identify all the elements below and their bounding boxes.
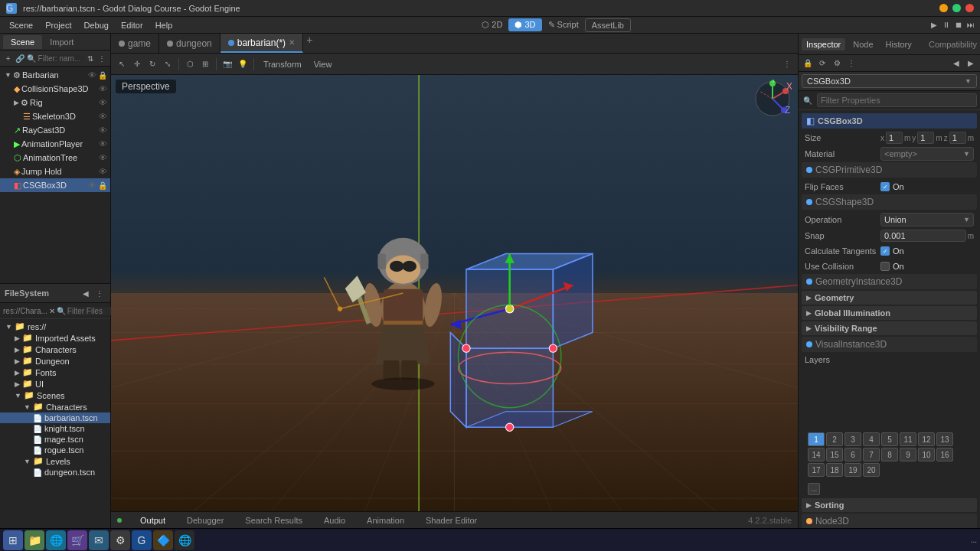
taskbar-chrome-btn[interactable]: 🌐 — [175, 530, 194, 550]
layer-btn-7[interactable]: 7 — [863, 448, 880, 461]
step-btn[interactable]: ⏭ — [965, 19, 977, 31]
snap-input[interactable] — [880, 230, 966, 242]
fs-close-path-btn[interactable]: ✕ — [49, 305, 55, 317]
tab-barbarian[interactable]: barbarian(*) ✕ — [220, 34, 303, 53]
play-btn[interactable]: ▶ — [928, 19, 940, 31]
insp-lock-btn[interactable]: 🔒 — [802, 57, 814, 70]
close-btn[interactable] — [965, 4, 974, 12]
tab-add-btn[interactable]: + — [303, 34, 315, 53]
geometry-section-header[interactable]: ▶ Geometry — [802, 291, 977, 305]
visibility-range-header[interactable]: ▶ Visibility Range — [802, 321, 977, 335]
insp-tab-history[interactable]: History — [881, 38, 916, 51]
vp-dots-btn[interactable]: ⋮ — [781, 58, 793, 70]
size-z-input[interactable] — [949, 132, 966, 144]
vp-light-btn[interactable]: 💡 — [237, 58, 249, 70]
fs-item-characters2[interactable]: ▼ 📁 Characters — [0, 401, 110, 412]
insp-custom-btn[interactable]: ⚙ — [831, 57, 843, 70]
layer-btn-10[interactable]: 10 — [918, 448, 935, 461]
csgbox3d-section-header[interactable]: ◧ CSGBox3D — [802, 113, 977, 129]
layer-btn-19[interactable]: 19 — [844, 463, 861, 477]
menu-help[interactable]: Help — [149, 19, 179, 31]
fs-item-ui[interactable]: ▶ 📁 UI — [0, 378, 110, 390]
scene-add-btn[interactable]: + — [3, 52, 13, 64]
taskbar-store-btn[interactable]: 🛒 — [67, 530, 87, 550]
tree-node-rig[interactable]: ▶ ⚙ Rig 👁 — [0, 96, 110, 109]
size-y-input[interactable] — [917, 132, 934, 144]
fs-item-dungeon[interactable]: ▶ 📁 Dungeon — [0, 355, 110, 367]
status-tab-debugger[interactable]: Debugger — [181, 514, 230, 527]
scene-more-btn[interactable]: ⋮ — [97, 52, 107, 64]
vp-move-btn[interactable]: ✛ — [131, 58, 143, 70]
fs-collapse-btn[interactable]: ◀ — [80, 287, 92, 299]
prop-material-value[interactable]: <empty> ▼ — [880, 147, 974, 161]
fs-item-characters[interactable]: ▶ 📁 Characters — [0, 344, 110, 355]
filter-input[interactable] — [817, 93, 977, 107]
fs-more-btn[interactable]: ⋮ — [93, 287, 106, 299]
layer-more-btn[interactable]: … — [808, 483, 820, 495]
mode-2d-btn[interactable]: ⬡ 2D — [475, 18, 508, 31]
layer-btn-5[interactable]: 5 — [881, 432, 898, 446]
tab-scene[interactable]: Scene — [3, 35, 42, 49]
tree-node-raycast[interactable]: ↗ RayCast3D 👁 — [0, 123, 110, 137]
layer-btn-9[interactable]: 9 — [900, 448, 916, 461]
status-tab-search[interactable]: Search Results — [239, 514, 309, 527]
layer-btn-12[interactable]: 12 — [918, 432, 935, 446]
layer-btn-3[interactable]: 3 — [844, 432, 861, 446]
tab-close-barbarian[interactable]: ✕ — [289, 38, 295, 47]
tree-node-csgbox3d[interactable]: ◧ CSGBox3D 👁 🔒 — [0, 178, 110, 192]
usecollision-checkbox[interactable] — [880, 262, 890, 271]
mode-script-btn[interactable]: ✎ Script — [542, 18, 585, 31]
layer-btn-16[interactable]: 16 — [936, 448, 953, 461]
tree-node-barbarian[interactable]: ▼ ⚙ Barbarian 👁 🔒 — [0, 68, 110, 82]
menu-debug[interactable]: Debug — [77, 19, 114, 31]
layer-btn-18[interactable]: 18 — [826, 463, 843, 477]
fs-item-dungeon-tscn[interactable]: 📄 dungeon.tscn — [0, 467, 110, 478]
scene-sort-btn[interactable]: ⇅ — [86, 52, 96, 64]
status-tab-audio[interactable]: Audio — [318, 514, 351, 527]
perspective-label[interactable]: Perspective — [116, 80, 176, 93]
sorting-section-header[interactable]: ▶ Sorting — [802, 498, 977, 512]
menu-project[interactable]: Project — [39, 19, 77, 31]
layer-btn-4[interactable]: 4 — [863, 432, 880, 446]
layer-btn-14[interactable]: 14 — [808, 448, 825, 461]
fs-item-rogue-tscn[interactable]: 📄 rogue.tscn — [0, 445, 110, 455]
orientation-widget[interactable]: X Y Z — [753, 80, 792, 118]
scene-link-btn[interactable]: 🔗 — [15, 52, 24, 64]
layer-btn-6[interactable]: 6 — [844, 448, 861, 461]
vp-transform-btn[interactable]: Transform — [259, 58, 306, 70]
vp-select-btn[interactable]: ↖ — [116, 58, 128, 70]
flipfaces-checkbox[interactable]: ✓ — [880, 182, 890, 191]
vp-rotate-btn[interactable]: ↻ — [146, 58, 158, 70]
taskbar-godot-btn[interactable]: G — [132, 530, 152, 550]
fs-item-fonts[interactable]: ▶ 📁 Fonts — [0, 367, 110, 378]
taskbar-explorer-btn[interactable]: 📁 — [24, 530, 44, 550]
layer-btn-11[interactable]: 11 — [900, 432, 916, 446]
size-x-input[interactable] — [886, 132, 903, 144]
tree-node-animtree[interactable]: ⬡ AnimationTree 👁 — [0, 151, 110, 165]
menu-scene[interactable]: Scene — [3, 19, 39, 31]
taskbar-mail-btn[interactable]: ✉ — [89, 530, 109, 550]
calctangents-checkbox[interactable]: ✓ — [880, 246, 890, 256]
prop-operation-value[interactable]: Union ▼ — [880, 213, 974, 227]
layer-btn-2[interactable]: 2 — [826, 432, 843, 446]
menu-editor[interactable]: Editor — [115, 19, 149, 31]
layer-btn-15[interactable]: 15 — [826, 448, 843, 461]
tab-dungeon[interactable]: dungeon — [159, 34, 220, 53]
tab-game[interactable]: game — [111, 34, 159, 53]
vp-scale-btn[interactable]: ⤡ — [162, 58, 174, 70]
tree-node-jumphold[interactable]: ◈ Jump Hold 👁 — [0, 165, 110, 178]
vp-camera-btn[interactable]: 📷 — [221, 58, 234, 70]
node-dropdown[interactable]: CSGBox3D ▼ — [802, 74, 977, 88]
global-illumination-header[interactable]: ▶ Global Illumination — [802, 306, 977, 320]
layer-btn-8[interactable]: 8 — [881, 448, 898, 461]
fs-item-res[interactable]: ▼ 📁 res:// — [0, 321, 110, 332]
layer-btn-17[interactable]: 17 — [808, 463, 825, 477]
layer-btn-20[interactable]: 20 — [863, 463, 880, 477]
insp-next-btn[interactable]: ▶ — [965, 57, 977, 70]
fs-item-barbarian-tscn[interactable]: 📄 barbarian.tscn — [0, 412, 110, 423]
taskbar-settings-btn[interactable]: ⚙ — [110, 530, 130, 550]
status-tab-animation[interactable]: Animation — [361, 514, 410, 527]
maximize-btn[interactable] — [952, 4, 961, 12]
viewport[interactable]: Perspective X Y Z — [111, 75, 798, 511]
tree-node-skeleton[interactable]: ☰ Skeleton3D 👁 — [0, 109, 110, 123]
